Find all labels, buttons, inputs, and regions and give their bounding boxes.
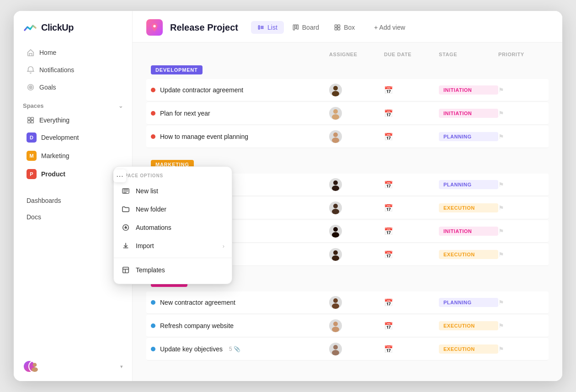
stage-badge: EXECUTION <box>439 203 498 212</box>
avatar-stack <box>23 359 41 374</box>
nav-docs[interactable]: Docs <box>17 209 128 225</box>
svg-point-43 <box>332 303 339 309</box>
table-row[interactable]: Update contractor agreement 📅 INITIATION… <box>146 79 549 101</box>
nav-goals-label: Goals <box>39 84 56 91</box>
col-priority: PRIORITY <box>498 52 544 57</box>
svg-point-37 <box>332 209 339 214</box>
svg-rect-17 <box>258 26 259 29</box>
nav-notifications[interactable]: Notifications <box>17 62 128 78</box>
priority-flag-icon: ⚑ <box>498 86 544 94</box>
section-development: DEVELOPMENT Update contractor agreement … <box>146 61 549 148</box>
task-priority-dot <box>151 134 155 139</box>
svg-point-2 <box>30 87 31 88</box>
priority-flag-icon: ⚑ <box>498 299 544 306</box>
tab-board[interactable]: Board <box>286 21 325 34</box>
top-bar: Release Project List <box>133 11 562 42</box>
svg-point-45 <box>332 327 339 332</box>
svg-point-42 <box>333 298 338 303</box>
add-view-button[interactable]: + Add view <box>368 21 411 34</box>
assignee-avatar <box>329 107 342 120</box>
priority-flag-icon: ⚑ <box>498 228 544 235</box>
assignee-avatar <box>329 248 342 261</box>
svg-rect-27 <box>338 28 340 30</box>
avatar-photo <box>28 360 41 373</box>
sidebar-item-marketing[interactable]: M Marketing <box>17 147 128 164</box>
mkt-label: Marketing <box>41 152 69 159</box>
stage-badge: PLANNING <box>439 298 498 307</box>
task-title: Update contractor agreement <box>160 86 243 94</box>
col-assignee: ASSIGNEE <box>329 52 384 57</box>
tab-box-label: Box <box>344 24 355 31</box>
new-list-label: New list <box>136 187 158 195</box>
user-area[interactable]: ▾ <box>14 352 132 376</box>
priority-flag-icon: ⚑ <box>498 251 544 258</box>
context-menu-templates[interactable]: Templates <box>114 261 232 279</box>
space-options-button[interactable]: ⋯ <box>113 170 126 182</box>
nav-home[interactable]: Home <box>17 44 128 61</box>
table-row[interactable]: Plan for next year 📅 INITIATION ⚑ <box>146 102 549 125</box>
spaces-chevron-icon[interactable]: ⌄ <box>118 103 123 109</box>
table-row[interactable]: Update key objectives 5 📎 📅 EXECUTION ⚑ <box>146 338 549 360</box>
import-arrow-icon: › <box>223 243 224 249</box>
context-menu: SPACE OPTIONS New list New folder <box>113 166 232 284</box>
task-title: Update key objectives <box>160 345 223 353</box>
prd-label: Product <box>41 170 65 178</box>
tab-board-label: Board <box>302 24 319 31</box>
priority-flag-icon: ⚑ <box>498 322 544 329</box>
nav-everything-label: Everything <box>39 117 69 124</box>
nav-everything[interactable]: Everything <box>17 112 128 128</box>
context-menu-new-folder[interactable]: New folder <box>114 200 232 218</box>
svg-point-0 <box>28 85 34 90</box>
context-menu-automations[interactable]: Automations <box>114 218 232 237</box>
tab-list[interactable]: List <box>251 21 284 34</box>
context-menu-new-list[interactable]: New list <box>114 182 232 200</box>
table-row[interactable]: Refresh company website 📅 EXECUTION ⚑ <box>146 315 549 337</box>
app-name: ClickUp <box>41 22 74 33</box>
svg-point-28 <box>333 86 338 90</box>
bell-icon <box>27 66 35 74</box>
svg-rect-26 <box>335 28 337 30</box>
table-header: ASSIGNEE DUE DATE STAGE PRIORITY <box>146 52 549 61</box>
nav-docs-label: Docs <box>27 213 41 221</box>
priority-flag-icon: ⚑ <box>498 181 544 188</box>
sidebar-item-product[interactable]: P Product <box>17 165 128 183</box>
svg-rect-5 <box>28 121 30 123</box>
col-stage: STAGE <box>439 52 498 57</box>
nav-goals[interactable]: Goals <box>17 79 128 95</box>
task-priority-dot <box>151 347 155 351</box>
context-menu-import[interactable]: Import › <box>114 237 232 255</box>
sidebar-item-development[interactable]: D Development <box>17 129 128 146</box>
table-row[interactable]: How to manage event planning 📅 PLANNING … <box>146 126 549 148</box>
assignee-avatar <box>329 178 342 191</box>
templates-icon <box>121 265 130 275</box>
folder-icon <box>121 205 130 214</box>
board-tab-icon <box>292 24 299 31</box>
nav-dashboards[interactable]: Dashboards <box>17 193 128 208</box>
project-title: Release Project <box>170 22 238 33</box>
tab-box[interactable]: Box <box>327 21 361 34</box>
section-dev-header-area: DEVELOPMENT <box>146 61 549 79</box>
table-row[interactable]: New contractor agreement 📅 PLANNING ⚑ <box>146 291 549 314</box>
due-date-icon: 📅 <box>384 345 439 354</box>
spaces-header: Spaces ⌄ <box>14 96 132 112</box>
svg-point-40 <box>333 250 338 255</box>
section-product: PRODUCT New contractor agreement 📅 PLANN… <box>146 273 549 360</box>
due-date-icon: 📅 <box>384 227 439 236</box>
svg-rect-4 <box>31 117 33 120</box>
task-priority-dot <box>151 111 155 116</box>
stage-badge: INITIATION <box>439 109 498 118</box>
stage-badge: PLANNING <box>439 132 498 141</box>
due-date-icon: 📅 <box>384 109 439 118</box>
task-priority-dot <box>151 300 155 305</box>
due-date-icon: 📅 <box>384 132 439 141</box>
svg-point-35 <box>332 185 339 191</box>
stage-badge: INITIATION <box>439 227 498 236</box>
assignee-avatar <box>329 296 342 309</box>
spaces-label: Spaces <box>23 102 44 109</box>
project-icon <box>146 19 163 36</box>
svg-point-36 <box>333 204 338 208</box>
stage-badge: EXECUTION <box>439 344 498 354</box>
task-name: Update key objectives 5 📎 <box>151 345 329 353</box>
tab-list-label: List <box>267 24 277 31</box>
task-name: Refresh company website <box>151 322 329 329</box>
